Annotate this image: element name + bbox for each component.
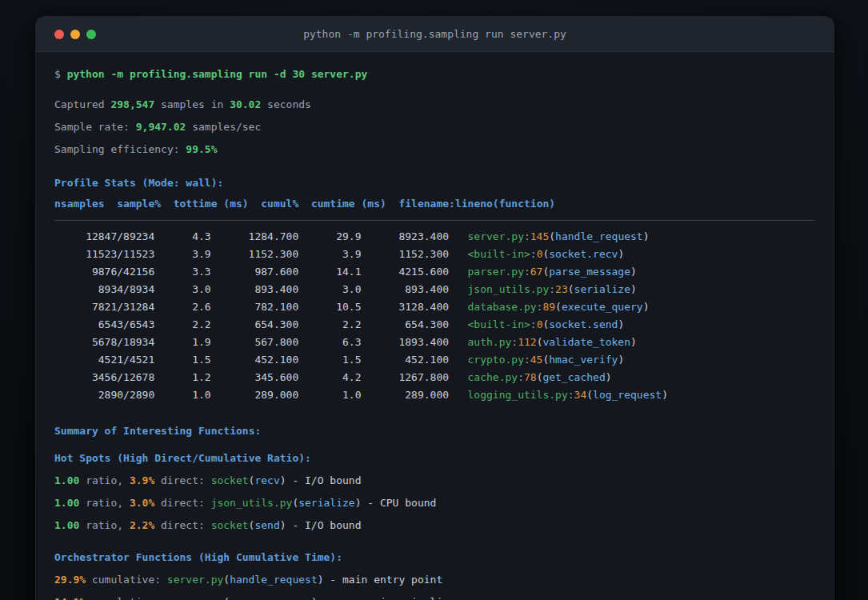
nsamples-value: 11523/11523: [54, 246, 154, 263]
close-button[interactable]: [54, 30, 64, 39]
ratio-label: ratio,: [86, 492, 123, 514]
stats-column-header: nsamples sample% tottime (ms) cumul% cum…: [54, 194, 814, 214]
duration-value: 30.02: [230, 94, 261, 116]
nsamples-value: 4521/4521: [54, 351, 154, 369]
orchestrator-description: - main entry point: [330, 569, 442, 591]
hotspot-line: 1.00 ratio, 3.0% direct: json_utils.py(s…: [54, 492, 814, 514]
cumtime-value: 452.100: [361, 351, 449, 369]
tottime-value: 289.000: [211, 386, 299, 404]
nsamples-value: 2890/2890: [54, 386, 154, 404]
function-location: database.py:89(execute_query): [468, 298, 650, 316]
tottime-value: 987.600: [211, 263, 299, 281]
tottime-value: 654.300: [211, 316, 299, 334]
captured-label-end: seconds: [267, 94, 311, 116]
cumul-pct-value: 3.9: [298, 246, 361, 263]
ratio-value: 1.00: [54, 470, 79, 492]
function-location: json_utils.py:23(serialize): [468, 281, 637, 298]
captured-line: Captured 298,547 samples in 30.02 second…: [54, 94, 814, 116]
function-location: <built-in>:0(socket.send): [468, 316, 625, 334]
cumulative-pct-value: 14.1%: [54, 591, 86, 600]
ratio-label: ratio,: [86, 514, 123, 537]
cumul-pct-value: 1.0: [298, 386, 361, 404]
function-location: parser.py:67(parse_message): [468, 263, 637, 281]
sample-rate-unit: samples/sec: [192, 116, 261, 138]
direct-pct-value: 3.0%: [130, 492, 154, 514]
cumtime-value: 1152.300: [361, 246, 449, 263]
window-titlebar[interactable]: python -m profiling.sampling run server.…: [36, 17, 834, 52]
hotspot-description: - CPU bound: [367, 492, 436, 514]
hotspot-line: 1.00 ratio, 2.2% direct: socket(send) - …: [54, 514, 814, 537]
sample-rate-value: 9,947.02: [136, 116, 186, 138]
function-location: auth.py:112(validate_token): [468, 334, 637, 351]
ratio-label: ratio,: [86, 470, 123, 492]
sample-pct-value: 3.0: [154, 281, 210, 298]
cumtime-value: 3128.400: [361, 298, 449, 316]
terminal-window: python -m profiling.sampling run server.…: [35, 16, 834, 600]
terminal-content: $ python -m profiling.sampling run -d 30…: [36, 52, 834, 600]
sample-pct-value: 1.9: [154, 334, 210, 351]
table-row: 9876/421563.3987.60014.14215.600parser.p…: [54, 263, 814, 281]
sample-rate-line: Sample rate: 9,947.02 samples/sec: [54, 116, 814, 138]
tottime-value: 1284.700: [211, 228, 299, 246]
command-text: python -m profiling.sampling run -d 30 s…: [67, 63, 368, 86]
hotspot-target: json_utils.py(serialize): [211, 492, 362, 514]
cumtime-value: 1893.400: [361, 334, 449, 351]
minimize-button[interactable]: [70, 30, 80, 39]
sample-pct-value: 3.3: [154, 263, 210, 281]
hotspot-description: - I/O bound: [292, 470, 361, 492]
orchestrator-target: server.py(handle_request): [167, 569, 324, 591]
table-row: 4521/45211.5452.1001.5452.100crypto.py:4…: [54, 351, 814, 369]
sample-pct-value: 2.2: [154, 316, 210, 334]
orchestrator-line: 29.9% cumulative: server.py(handle_reque…: [54, 569, 814, 591]
tottime-value: 567.800: [211, 334, 299, 351]
table-row: 7821/312842.6782.10010.53128.400database…: [54, 298, 814, 316]
maximize-button[interactable]: [86, 30, 96, 39]
cumtime-value: 893.400: [361, 281, 449, 298]
direct-label: direct:: [161, 514, 205, 537]
nsamples-value: 8934/8934: [54, 281, 154, 298]
table-row: 8934/89343.0893.4003.0893.400json_utils.…: [54, 281, 814, 298]
sample-pct-value: 3.9: [154, 246, 210, 263]
orchestrator-description: - processing pipeline: [324, 591, 455, 600]
hotspots-title: Hot Spots (High Direct/Cumulative Ratio)…: [54, 447, 814, 470]
hotspot-line: 1.00 ratio, 3.9% direct: socket(recv) - …: [54, 470, 814, 492]
cumulative-label: cumulative:: [92, 569, 161, 591]
cumtime-value: 8923.400: [361, 228, 449, 246]
cumul-pct-value: 29.9: [298, 228, 361, 246]
cumulative-pct-value: 29.9%: [54, 569, 86, 591]
cumtime-value: 654.300: [361, 316, 449, 334]
table-row: 5678/189341.9567.8006.31893.400auth.py:1…: [54, 334, 814, 351]
nsamples-value: 9876/42156: [54, 263, 154, 281]
cumul-pct-value: 14.1: [298, 263, 361, 281]
sample-pct-value: 1.0: [154, 386, 210, 404]
prompt-symbol: $: [54, 63, 61, 86]
sample-pct-value: 1.5: [154, 351, 210, 369]
stats-section-title: Profile Stats (Mode: wall):: [54, 172, 814, 194]
function-location: logging_utils.py:34(log_request): [468, 386, 668, 404]
samples-count: 298,547: [110, 94, 154, 116]
tottime-value: 1152.300: [211, 246, 299, 263]
captured-label: Captured: [54, 94, 105, 116]
command-line: $ python -m profiling.sampling run -d 30…: [54, 63, 814, 86]
cumulative-label: cumulative:: [92, 591, 161, 600]
cumul-pct-value: 2.2: [298, 316, 361, 334]
cumul-pct-value: 3.0: [298, 281, 361, 298]
sample-pct-value: 2.6: [154, 298, 210, 316]
tottime-value: 893.400: [211, 281, 299, 298]
window-title: python -m profiling.sampling run server.…: [36, 28, 834, 40]
orchestrator-line: 14.1% cumulative: parser.py(parse_messag…: [54, 591, 814, 600]
sample-rate-label: Sample rate:: [54, 116, 130, 138]
orchestrator-target: parser.py(parse_message): [167, 591, 318, 600]
traffic-lights: [54, 30, 96, 39]
nsamples-value: 7821/31284: [54, 298, 154, 316]
function-location: crypto.py:45(hmac_verify): [468, 351, 625, 369]
direct-pct-value: 3.9%: [130, 470, 154, 492]
function-location: <built-in>:0(socket.recv): [468, 246, 625, 263]
cumtime-value: 4215.600: [361, 263, 449, 281]
cumul-pct-value: 10.5: [298, 298, 361, 316]
hotspot-description: - I/O bound: [292, 514, 361, 537]
cumtime-value: 1267.800: [361, 369, 449, 386]
tottime-value: 452.100: [211, 351, 299, 369]
stats-divider: [54, 220, 814, 221]
cumul-pct-value: 1.5: [298, 351, 361, 369]
